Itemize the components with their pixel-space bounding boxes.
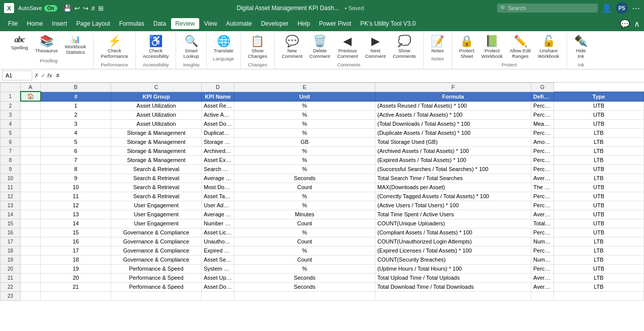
table-cell[interactable]: Governance & Compliance (111, 246, 202, 255)
table-cell[interactable]: % (234, 192, 375, 201)
table-cell[interactable]: % (234, 128, 375, 137)
empty-cell[interactable] (202, 291, 234, 300)
cell-reference-box[interactable] (2, 70, 32, 80)
show-changes-button[interactable]: 📋 Show Changes (245, 34, 270, 61)
row-number[interactable]: 7 (1, 146, 21, 155)
table-cell[interactable] (21, 228, 41, 237)
show-comments-button[interactable]: 💭 Show Comments (390, 34, 419, 61)
table-cell[interactable]: COUNT(Security Breaches) (375, 255, 531, 264)
table-cell[interactable]: 17 (41, 246, 111, 255)
table-cell[interactable]: Percentage of searches where users found… (531, 164, 554, 174)
table-cell[interactable]: User Adoption Rate (202, 201, 234, 210)
table-cell[interactable]: % (234, 146, 375, 155)
empty-cell[interactable]: 23 (1, 291, 21, 300)
table-cell[interactable] (21, 219, 41, 228)
check-accessibility-button[interactable]: ♿ Check Accessibility (140, 34, 172, 61)
table-cell[interactable]: Average Search Time (202, 174, 234, 183)
col-header-a[interactable]: A (21, 82, 41, 92)
table-cell[interactable]: Storage & Management (111, 146, 202, 155)
menu-page-layout[interactable]: Page Layout (72, 18, 114, 29)
more-icon[interactable]: ⊞ (98, 5, 104, 12)
thesaurus-button[interactable]: 📚 Thesaurus (32, 34, 61, 55)
row-number[interactable]: 11 (1, 183, 21, 192)
table-cell[interactable]: (Compliant Assets / Total Assets) * 100 (375, 228, 531, 237)
table-cell[interactable] (21, 192, 41, 201)
cell-g1[interactable]: Definition (531, 92, 554, 101)
table-cell[interactable] (21, 264, 41, 273)
table-cell[interactable]: Average Time on Platform (202, 210, 234, 219)
cell-a1[interactable]: 🏠 (21, 92, 41, 101)
table-cell[interactable]: LTB (554, 273, 644, 282)
table-cell[interactable] (21, 174, 41, 183)
table-cell[interactable]: UTB (554, 192, 644, 201)
table-cell[interactable]: Seconds (234, 273, 375, 282)
cell-b1[interactable]: # (41, 92, 111, 101)
table-cell[interactable]: LTB (554, 237, 644, 246)
table-cell[interactable]: Search & Retrieval (111, 183, 202, 192)
table-cell[interactable]: Seconds (234, 174, 375, 183)
table-cell[interactable]: Average time a user spends on the DAM pl… (531, 210, 554, 219)
insert-function-icon[interactable]: fx (47, 72, 52, 78)
table-cell[interactable]: (Active Assets / Total Assets) * 100 (375, 110, 531, 119)
table-cell[interactable]: Asset Expiry Rate (202, 155, 234, 164)
table-cell[interactable]: 18 (41, 255, 111, 264)
table-cell[interactable]: 14 (41, 219, 111, 228)
table-cell[interactable]: 11 (41, 192, 111, 201)
smart-lookup-button[interactable]: 🔍 Smart Lookup (180, 34, 202, 61)
allow-edit-ranges-button[interactable]: ✏️ Allow Edit Ranges (507, 34, 534, 61)
table-cell[interactable] (21, 201, 41, 210)
table-cell[interactable] (21, 101, 41, 110)
table-cell[interactable]: UTB (554, 119, 644, 128)
table-cell[interactable]: LTB (554, 128, 644, 137)
table-cell[interactable]: Percentage of assets that have been arch… (531, 146, 554, 155)
menu-insert[interactable]: Insert (48, 18, 71, 29)
table-cell[interactable]: LTB (554, 174, 644, 183)
table-cell[interactable]: Asset Download Time (202, 282, 234, 291)
table-cell[interactable] (21, 128, 41, 137)
row-num-1[interactable]: 1 (1, 92, 21, 101)
table-cell[interactable]: Search & Retrieval (111, 164, 202, 174)
table-cell[interactable]: User Engagement (111, 219, 202, 228)
table-cell[interactable]: % (234, 119, 375, 128)
delete-comment-button[interactable]: 🗑️ Delete Comment (306, 34, 333, 61)
table-cell[interactable]: (Active Users / Total Users) * 100 (375, 201, 531, 210)
table-cell[interactable]: UTB (554, 183, 644, 192)
table-cell[interactable]: Percentage of correctly tagged assets in… (531, 192, 554, 201)
table-cell[interactable]: Governance & Compliance (111, 228, 202, 237)
table-cell[interactable]: 4 (41, 128, 111, 137)
table-cell[interactable]: Performance & Speed (111, 273, 202, 282)
table-cell[interactable]: Count (234, 255, 375, 264)
table-cell[interactable]: 15 (41, 228, 111, 237)
table-cell[interactable]: LTB (554, 137, 644, 146)
table-cell[interactable]: Archived Asset Percentage (202, 146, 234, 155)
table-cell[interactable] (21, 119, 41, 128)
table-cell[interactable]: Storage & Management (111, 137, 202, 146)
comment-icon[interactable]: 💬 (620, 19, 630, 29)
row-number[interactable]: 9 (1, 164, 21, 174)
workbook-statistics-button[interactable]: 📊 Workbook Statistics (62, 34, 90, 57)
col-header-c[interactable]: C (111, 82, 202, 92)
share-icon[interactable]: 👤 (602, 4, 612, 13)
table-cell[interactable]: Duplicate Asset Percentage (202, 128, 234, 137)
table-cell[interactable]: Percentage of time the DAM system was av… (531, 264, 554, 273)
table-cell[interactable]: Percentage of users actively using the D… (531, 201, 554, 210)
row-number[interactable]: 20 (1, 264, 21, 273)
menu-formulas[interactable]: Formulas (115, 18, 148, 29)
table-cell[interactable]: 5 (41, 137, 111, 146)
table-cell[interactable]: Performance & Speed (111, 282, 202, 291)
table-cell[interactable]: 8 (41, 164, 111, 174)
menu-file[interactable]: File (4, 18, 22, 29)
cell-f1[interactable]: Formula (375, 92, 531, 101)
table-cell[interactable]: Performance & Speed (111, 264, 202, 273)
table-cell[interactable] (21, 237, 41, 246)
spelling-button[interactable]: abc Spelling (8, 34, 31, 52)
hide-ink-button[interactable]: ✒️ Hide Ink (571, 34, 591, 61)
table-cell[interactable]: % (234, 246, 375, 255)
table-cell[interactable]: Storage Utilization (202, 137, 234, 146)
table-cell[interactable]: 2 (41, 110, 111, 119)
row-number[interactable]: 14 (1, 210, 21, 219)
table-cell[interactable]: 7 (41, 155, 111, 164)
empty-cell[interactable] (554, 291, 644, 300)
table-cell[interactable]: 6 (41, 146, 111, 155)
row-number[interactable]: 18 (1, 246, 21, 255)
